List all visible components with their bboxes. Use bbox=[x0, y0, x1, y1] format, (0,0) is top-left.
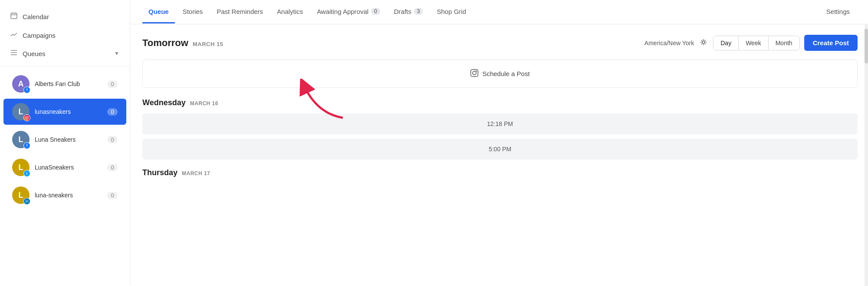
svg-rect-0 bbox=[11, 13, 17, 19]
campaigns-icon bbox=[10, 31, 17, 39]
sidebar: Calendar Campaigns Queues ▼ A f Alberts … bbox=[0, 0, 130, 286]
svg-point-12 bbox=[473, 71, 476, 75]
toolbar-right: America/New York Day Week Month Create P… bbox=[644, 35, 858, 51]
sidebar-item-lunasneakers-tw[interactable]: L t LunaSneakers 0 bbox=[3, 154, 126, 180]
wednesday-section: Wednesday MARCH 16 12:18 PM 5:00 PM bbox=[142, 98, 858, 160]
account-count-luna-sneakers-fb: 0 bbox=[107, 136, 118, 143]
svg-point-8 bbox=[26, 117, 28, 119]
sidebar-divider bbox=[0, 66, 130, 67]
chevron-down-icon: ▼ bbox=[114, 50, 119, 57]
create-post-button[interactable]: Create Post bbox=[804, 35, 858, 51]
sidebar-item-label-calendar: Calendar bbox=[23, 13, 49, 20]
view-month-button[interactable]: Month bbox=[769, 36, 799, 50]
tab-shop-grid[interactable]: Shop Grid bbox=[431, 1, 472, 23]
sidebar-item-lunasneakers[interactable]: L lunasneakers 0 bbox=[3, 99, 126, 125]
tab-awaiting-approval-label: Awaiting Approval bbox=[317, 8, 368, 15]
fb-badge-2: f bbox=[23, 142, 30, 149]
section-header-thursday: Thursday MARCH 17 bbox=[142, 168, 858, 177]
time-slot-1218[interactable]: 12:18 PM bbox=[142, 113, 858, 134]
section-day-thursday: Thursday bbox=[142, 168, 178, 177]
svg-point-9 bbox=[28, 117, 28, 117]
tab-drafts-label: Drafts bbox=[394, 8, 411, 15]
account-name-alberts: Alberts Fan Club bbox=[35, 80, 102, 87]
avatar-luna-sneakers-li: L in bbox=[12, 186, 30, 204]
section-date-wednesday: MARCH 16 bbox=[190, 100, 218, 106]
account-count-lunasneakers: 0 bbox=[107, 108, 118, 116]
toolbar-left: Tomorrow MARCH 15 bbox=[142, 37, 224, 49]
tab-queue-label: Queue bbox=[148, 8, 169, 15]
time-slot-500[interactable]: 5:00 PM bbox=[142, 139, 858, 160]
svg-point-13 bbox=[476, 70, 477, 72]
section-day-wednesday: Wednesday bbox=[142, 98, 186, 107]
timezone-label: America/New York bbox=[644, 40, 694, 47]
fb-badge: f bbox=[23, 86, 30, 93]
content-toolbar: Tomorrow MARCH 15 America/New York Day W… bbox=[142, 35, 858, 51]
thursday-section: Thursday MARCH 17 bbox=[142, 168, 858, 177]
sidebar-item-alberts-fan-club[interactable]: A f Alberts Fan Club 0 bbox=[3, 71, 126, 97]
li-badge: in bbox=[23, 198, 30, 205]
tab-past-reminders[interactable]: Past Reminders bbox=[210, 1, 269, 23]
day-label: Tomorrow bbox=[142, 37, 188, 49]
main-content: Queue Stories Past Reminders Analytics A… bbox=[130, 0, 868, 286]
content-area: Tomorrow MARCH 15 America/New York Day W… bbox=[130, 24, 868, 286]
tab-queue[interactable]: Queue bbox=[142, 1, 175, 23]
tab-past-reminders-label: Past Reminders bbox=[217, 8, 263, 15]
schedule-post-label: Schedule a Post bbox=[482, 70, 529, 77]
date-label: MARCH 15 bbox=[193, 41, 224, 47]
queues-icon bbox=[10, 50, 17, 57]
scrollbar-track[interactable] bbox=[865, 24, 868, 286]
view-toggle: Day Week Month bbox=[713, 36, 799, 50]
section-header-wednesday: Wednesday MARCH 16 bbox=[142, 98, 858, 107]
drafts-badge: 3 bbox=[414, 8, 423, 15]
ig-badge bbox=[23, 114, 30, 121]
account-name-lunasneakers: lunasneakers bbox=[35, 108, 102, 115]
instagram-icon bbox=[470, 69, 479, 79]
tab-stories-label: Stories bbox=[183, 8, 203, 15]
tab-stories[interactable]: Stories bbox=[177, 1, 209, 23]
timezone-settings-button[interactable] bbox=[698, 38, 709, 48]
svg-point-10 bbox=[702, 41, 705, 43]
account-name-luna-sneakers-li: luna-sneakers bbox=[35, 192, 102, 199]
section-date-thursday: MARCH 17 bbox=[182, 170, 210, 176]
avatar-alberts: A f bbox=[12, 75, 30, 93]
tab-settings[interactable]: Settings bbox=[820, 1, 856, 23]
avatar-luna-sneakers-fb: L f bbox=[12, 131, 30, 148]
awaiting-approval-badge: 0 bbox=[371, 8, 380, 15]
sidebar-item-calendar[interactable]: Calendar bbox=[0, 7, 130, 26]
account-name-luna-sneakers-fb: Luna Sneakers bbox=[35, 136, 102, 143]
tab-bar: Queue Stories Past Reminders Analytics A… bbox=[130, 0, 868, 24]
tab-analytics-label: Analytics bbox=[277, 8, 303, 15]
account-count-luna-sneakers-li: 0 bbox=[107, 192, 118, 199]
view-day-button[interactable]: Day bbox=[713, 36, 739, 50]
view-week-button[interactable]: Week bbox=[739, 36, 769, 50]
account-name-lunasneakers-tw: LunaSneakers bbox=[35, 164, 102, 171]
tab-analytics[interactable]: Analytics bbox=[271, 1, 309, 23]
svg-rect-11 bbox=[471, 70, 478, 77]
calendar-icon bbox=[10, 12, 17, 21]
tab-awaiting-approval[interactable]: Awaiting Approval 0 bbox=[311, 1, 386, 23]
scrollbar-thumb[interactable] bbox=[865, 29, 868, 63]
tab-settings-label: Settings bbox=[826, 8, 850, 15]
schedule-post-card[interactable]: Schedule a Post bbox=[142, 60, 858, 88]
account-count-alberts: 0 bbox=[107, 80, 118, 88]
tab-drafts[interactable]: Drafts 3 bbox=[388, 1, 429, 23]
avatar-lunasneakers: L bbox=[12, 103, 30, 120]
account-count-lunasneakers-tw: 0 bbox=[107, 164, 118, 171]
avatar-lunasneakers-tw: L t bbox=[12, 159, 30, 176]
sidebar-item-luna-sneakers-li[interactable]: L in luna-sneakers 0 bbox=[3, 182, 126, 208]
sidebar-item-queues[interactable]: Queues ▼ bbox=[0, 44, 130, 63]
sidebar-item-campaigns[interactable]: Campaigns bbox=[0, 26, 130, 44]
tw-badge: t bbox=[23, 170, 30, 177]
tab-shop-grid-label: Shop Grid bbox=[437, 8, 466, 15]
sidebar-item-luna-sneakers-fb[interactable]: L f Luna Sneakers 0 bbox=[3, 126, 126, 153]
sidebar-item-label-campaigns: Campaigns bbox=[23, 32, 56, 39]
sidebar-item-label-queues: Queues bbox=[23, 50, 46, 57]
